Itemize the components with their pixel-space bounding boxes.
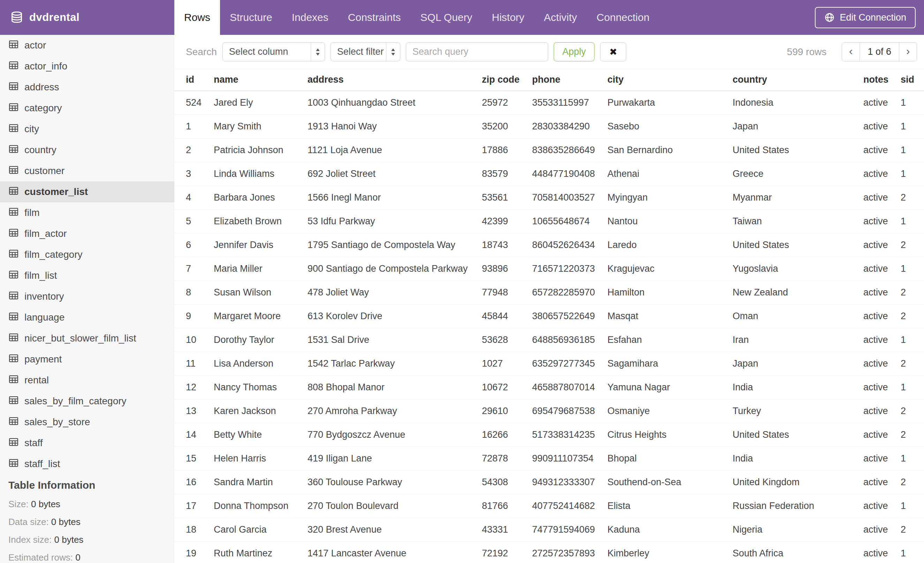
cell-zip-code: 16266 (482, 423, 532, 446)
column-header-phone[interactable]: phone (532, 69, 608, 91)
table-row[interactable]: 3Linda Williams692 Joliet Street 8357944… (174, 162, 924, 186)
cell-city: Sasebo (608, 114, 733, 138)
sidebar-item-nicer-but-slower-film-list[interactable]: nicer_but_slower_film_list (0, 328, 174, 349)
tab-label: Rows (184, 12, 210, 23)
cell-sid: 1 (901, 162, 924, 186)
table-row[interactable]: 12Nancy Thomas808 Bhopal Manor 106724658… (174, 375, 924, 399)
cell-phone: 747791594069 (532, 518, 608, 541)
sidebar-item-inventory[interactable]: inventory (0, 286, 174, 307)
sidebar-item-customer[interactable]: customer (0, 161, 174, 182)
table-row[interactable]: 16Sandra Martin360 Toulouse Parkway 5430… (174, 470, 924, 494)
sidebar-item-label: film_actor (24, 228, 67, 239)
select-arrows-icon (310, 42, 325, 61)
column-header-id[interactable]: id (174, 69, 214, 91)
cell-notes: active (863, 446, 901, 470)
cell-notes: active (863, 518, 901, 541)
cell-city: Nantou (608, 209, 733, 233)
column-header-name[interactable]: name (214, 69, 308, 91)
table-row[interactable]: 6Jennifer Davis1795 Santiago de Composte… (174, 233, 924, 257)
cell-id: 12 (174, 375, 214, 399)
sidebar-item-label: language (24, 312, 64, 323)
sidebar-item-payment[interactable]: payment (0, 349, 174, 370)
cell-country: United States (733, 138, 863, 162)
sidebar-item-staff-list[interactable]: staff_list (0, 453, 174, 474)
sidebar-item-sales-by-store[interactable]: sales_by_store (0, 411, 174, 432)
column-select[interactable]: Select column (222, 42, 325, 62)
table-row[interactable]: 4Barbara Jones1566 Inegl Manor 535617058… (174, 186, 924, 209)
clear-search-button[interactable]: ✖ (600, 42, 626, 62)
column-header-country[interactable]: country (733, 69, 863, 91)
column-header-zip-code[interactable]: zip code (482, 69, 532, 91)
sidebar-item-film-list[interactable]: film_list (0, 265, 174, 286)
table-row[interactable]: 19Ruth Martinez1417 Lancaster Avenue 721… (174, 541, 924, 563)
table-info-value: 0 bytes (31, 499, 60, 509)
table-row[interactable]: 7Maria Miller900 Santiago de Compostela … (174, 257, 924, 281)
sidebar-item-category[interactable]: category (0, 98, 174, 119)
table-information-rows: Size: 0 bytes Data size: 0 bytes Index s… (8, 495, 166, 563)
table-row[interactable]: 8Susan Wilson478 Joliet Way 779486572822… (174, 281, 924, 304)
cell-notes: active (863, 162, 901, 186)
pagination: ‹ 1 of 6 › (842, 42, 917, 62)
sidebar-item-label: country (24, 144, 57, 156)
table-row[interactable]: 2Patricia Johnson1121 Loja Avenue 178868… (174, 138, 924, 162)
cell-city: Southend-on-Sea (608, 470, 733, 494)
table-row[interactable]: 1Mary Smith1913 Hanoi Way 35200283033842… (174, 114, 924, 138)
next-page-button[interactable]: › (899, 42, 916, 61)
cell-sid: 2 (901, 423, 924, 446)
tab-connection[interactable]: Connection (587, 0, 659, 35)
apply-button[interactable]: Apply (554, 42, 595, 62)
cell-city: Esfahan (608, 328, 733, 351)
sidebar-item-label: sales_by_film_category (24, 396, 127, 407)
table-row[interactable]: 18Carol Garcia320 Brest Avenue 433317477… (174, 518, 924, 541)
column-header-address[interactable]: address (308, 69, 482, 91)
sidebar-item-actor-info[interactable]: actor_info (0, 56, 174, 77)
tab-rows[interactable]: Rows (174, 0, 220, 35)
sidebar-item-address[interactable]: address (0, 77, 174, 98)
sidebar-item-city[interactable]: city (0, 119, 174, 140)
cell-country: Yugoslavia (733, 257, 863, 281)
table-row[interactable]: 524Jared Ely1003 Qinhuangdao Street 2597… (174, 91, 924, 114)
cell-phone: 10655648674 (532, 209, 608, 233)
sidebar-item-rental[interactable]: rental (0, 370, 174, 391)
sidebar-item-language[interactable]: language (0, 307, 174, 328)
table-row[interactable]: 9Margaret Moore613 Korolev Drive 4584438… (174, 304, 924, 328)
filter-select[interactable]: Select filter (330, 42, 400, 62)
sidebar-item-actor[interactable]: actor (0, 35, 174, 56)
search-query-input[interactable] (406, 42, 548, 62)
cell-address: 1003 Qinhuangdao Street (308, 91, 482, 114)
tab-sql-query[interactable]: SQL Query (411, 0, 482, 35)
cell-country: Nigeria (733, 518, 863, 541)
prev-page-button[interactable]: ‹ (842, 42, 860, 61)
tab-constraints[interactable]: Constraints (338, 0, 411, 35)
tab-activity[interactable]: Activity (534, 0, 587, 35)
cell-city: Athenai (608, 162, 733, 186)
sidebar-item-label: address (24, 82, 59, 93)
sidebar-item-staff[interactable]: staff (0, 432, 174, 453)
table-row[interactable]: 11Lisa Anderson1542 Tarlac Parkway 10276… (174, 351, 924, 375)
cell-name: Karen Jackson (214, 399, 308, 423)
table-row[interactable]: 17Donna Thompson270 Toulon Boulevard 817… (174, 494, 924, 518)
edit-connection-button[interactable]: Edit Connection (815, 7, 916, 28)
table-row[interactable]: 15Helen Harris419 Iligan Lane 7287899091… (174, 446, 924, 470)
sidebar-item-film[interactable]: film (0, 202, 174, 223)
cell-name: Carol Garcia (214, 518, 308, 541)
table-row[interactable]: 5Elizabeth Brown53 Idfu Parkway 42399106… (174, 209, 924, 233)
column-header-sid[interactable]: sid (901, 69, 924, 91)
table-row[interactable]: 10Dorothy Taylor1531 Sal Drive 536286488… (174, 328, 924, 351)
sidebar-item-customer-list[interactable]: customer_list (0, 182, 174, 202)
table-row[interactable]: 13Karen Jackson270 Amroha Parkway 296106… (174, 399, 924, 423)
cell-id: 9 (174, 304, 214, 328)
tab-structure[interactable]: Structure (220, 0, 282, 35)
cell-id: 11 (174, 351, 214, 375)
sidebar-item-country[interactable]: country (0, 140, 174, 161)
table-row[interactable]: 14Betty White770 Bydgoszcz Avenue 162665… (174, 423, 924, 446)
column-header-notes[interactable]: notes (863, 69, 901, 91)
sidebar-item-film-category[interactable]: film_category (0, 244, 174, 265)
tab-history[interactable]: History (482, 0, 534, 35)
column-header-city[interactable]: city (608, 69, 733, 91)
sidebar-item-sales-by-film-category[interactable]: sales_by_film_category (0, 391, 174, 411)
tab-indexes[interactable]: Indexes (282, 0, 338, 35)
sidebar-item-film-actor[interactable]: film_actor (0, 223, 174, 244)
cell-zip-code: 17886 (482, 138, 532, 162)
sidebar-item-label: payment (24, 354, 62, 365)
